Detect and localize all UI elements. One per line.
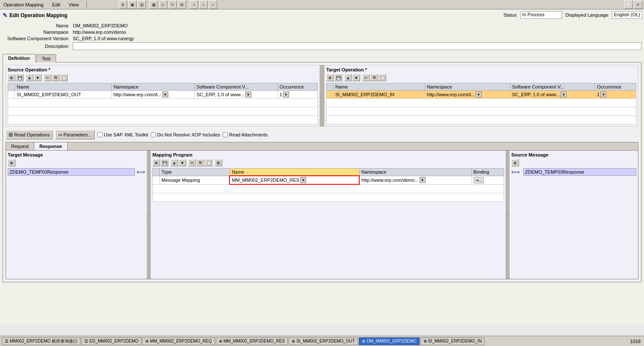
menu-operation-mapping[interactable]: Operation Mapping (2, 2, 45, 8)
target-message-title: Target Message (8, 152, 145, 157)
source-operation-panel: Source Operation * ⊕ 💾 ▲ ▼ ✂ ⧉ 📋 (6, 65, 320, 127)
toolbar-btn-5[interactable]: ▷ (159, 0, 167, 9)
mapping-add-btn[interactable]: ⊕ (152, 159, 160, 166)
taskbar-item-5[interactable]: ⊕ OM_MM002_ERP2DEMO (359, 337, 420, 345)
status-area: Status In Process Displayed Language Eng… (503, 11, 642, 19)
mapping-name-btn[interactable]: ▼ (300, 177, 306, 183)
taskbar-item-6[interactable]: ⊕ SI_MM002_ERP2DEMO_IN (420, 337, 485, 345)
mapping-up-btn[interactable]: ▲ (170, 159, 178, 166)
source-add-btn[interactable]: ⊕ (8, 74, 15, 81)
params-arrow-icon: ⇒ (58, 132, 62, 138)
operation-panels: Source Operation * ⊕ 💾 ▲ ▼ ✂ ⧉ 📋 (6, 65, 638, 127)
do-not-resolve-label: Do Not Resolve XOP Includes (151, 132, 220, 137)
toolbar-btn-8[interactable]: ▪ (190, 0, 198, 9)
target-add-btn[interactable]: ⊕ (326, 74, 334, 81)
target-software-btn[interactable]: ▼ (561, 92, 566, 98)
description-input[interactable] (73, 42, 641, 50)
source-cut-btn[interactable]: ✂ (44, 74, 51, 81)
target-namespace-btn[interactable]: ▼ (476, 92, 482, 98)
taskbar-icon-2: ⊕ (145, 339, 149, 343)
panel-splitter[interactable]: ⋮⋮ (320, 65, 324, 127)
source-message-input[interactable] (523, 168, 636, 176)
source-copy-btn[interactable]: ⧉ (52, 74, 60, 81)
mapping-save-btn[interactable]: 💾 (161, 159, 168, 166)
target-message-panel: Target Message ⊕ ⟺ (6, 151, 147, 279)
target-col-name: Name (334, 83, 425, 91)
software-label: Software Component Version (3, 36, 71, 41)
tab-test[interactable]: Test (36, 54, 56, 62)
read-attachments-label: Read Attachments (223, 132, 268, 137)
read-operations-button[interactable]: ⊞ Read Operations (6, 130, 53, 139)
do-not-resolve-text: Do Not Resolve XOP Includes (157, 132, 220, 137)
toolbar-close[interactable]: ✕ (634, 0, 642, 9)
target-message-input[interactable] (8, 168, 135, 176)
taskbar-item-2[interactable]: ⊕ MM_MM002_ERP2DEMO_REQ (142, 337, 215, 345)
tab-definition[interactable]: Definition (3, 54, 36, 62)
mapping-copy-btn[interactable]: ⧉ (197, 159, 204, 166)
tab-response[interactable]: Response (34, 142, 68, 150)
parameters-button[interactable]: ⇒ Parameters... (55, 130, 95, 139)
source-message-row: ⟺ (511, 168, 636, 176)
mapping-paste-btn[interactable]: 📋 (205, 159, 212, 166)
toolbar-btn-7[interactable]: ⊞ (178, 0, 186, 9)
source-namespace-btn[interactable]: ▼ (162, 92, 168, 98)
source-empty-row-2 (8, 107, 318, 116)
source-msg-add-btn[interactable]: ⊕ (511, 159, 519, 166)
taskbar-icon-4: ⊕ (292, 339, 295, 343)
taskbar-label-5: OM_MM002_ERP2DEMO (367, 339, 417, 343)
menu-bar: Operation Mapping Edit View ⊕ ▣ ▤ ▦ ▷ ↻ … (0, 0, 644, 9)
menu-view[interactable]: View (67, 2, 81, 8)
target-up-btn[interactable]: ▲ (344, 74, 352, 81)
toolbar-btn-1[interactable]: ⊕ (119, 0, 127, 9)
mapping-cut-btn[interactable]: ✂ (188, 159, 196, 166)
tab-request[interactable]: Request (6, 142, 34, 150)
table-row[interactable]: SI_MM002_ERP2DEMO_OUT http://www.erp.com… (8, 91, 318, 99)
toolbar-btn-3[interactable]: ▤ (137, 0, 146, 9)
target-msg-add-btn[interactable]: ⊕ (8, 159, 15, 166)
target-cut-btn[interactable]: ✂ (362, 74, 370, 81)
taskbar-icon-3: ⊕ (219, 339, 222, 343)
name-label: Name (3, 23, 71, 28)
use-sap-xml-toolkit-checkbox[interactable] (97, 132, 102, 137)
mapping-extra-btn[interactable]: ⊞ (215, 159, 222, 166)
source-down-btn[interactable]: ▼ (34, 74, 42, 81)
mapping-namespace-btn[interactable]: ▼ (420, 177, 426, 183)
mapping-down-btn[interactable]: ▼ (179, 159, 186, 166)
menu-edit[interactable]: Edit (51, 2, 62, 8)
source-paste-btn[interactable]: 📋 (60, 74, 68, 81)
target-save-btn[interactable]: 💾 (334, 74, 342, 81)
displayed-language-value: English (OL) (612, 11, 642, 19)
target-copy-btn[interactable]: ⧉ (370, 74, 378, 81)
source-occurrence-btn[interactable]: ▼ (283, 92, 289, 98)
toolbar-btn-9[interactable]: ▪ (199, 0, 208, 9)
target-occurrence-btn[interactable]: ▼ (600, 92, 606, 98)
target-paste-btn[interactable]: 📋 (379, 74, 386, 81)
toolbar-maximize[interactable]: ⬜ (624, 0, 633, 9)
taskbar-label-3: MM_MM002_ERP2DEMO_RES (224, 339, 285, 343)
taskbar-item-1[interactable]: ☰ ED_MM002_ERP2DEMO (81, 337, 141, 345)
source-save-btn[interactable]: 💾 (16, 74, 24, 81)
source-operation-table: Name Namespace Software Component V... O… (8, 83, 318, 124)
target-operation-table: Name Namespace Software Component V... O… (326, 83, 636, 124)
binding-btn[interactable]: ⇒... (474, 177, 484, 183)
left-middle-splitter[interactable]: ⋮ (147, 151, 151, 279)
target-down-btn[interactable]: ▼ (352, 74, 360, 81)
toolbar-btn-6[interactable]: ↻ (168, 0, 177, 9)
middle-right-splitter[interactable]: ⋮ (506, 151, 510, 279)
taskbar-item-3[interactable]: ⊕ MM_MM002_ERP2DEMO_RES (216, 337, 288, 345)
source-software-btn[interactable]: ▼ (245, 92, 251, 98)
toolbar-btn-10[interactable]: ▪ (209, 0, 217, 9)
name-value: OM_MM002_ERP2DEMO (73, 23, 641, 28)
mapping-empty-row-1 (153, 184, 504, 193)
toolbar-btn-4[interactable]: ▦ (149, 0, 158, 9)
source-up-btn[interactable]: ▲ (26, 74, 33, 81)
table-row[interactable]: Message Mapping MM_MM002_ERP2DEMO_RES ▼ (153, 176, 504, 184)
read-attachments-checkbox[interactable] (223, 132, 228, 137)
do-not-resolve-checkbox[interactable] (151, 132, 156, 137)
taskbar-item-0[interactable]: ☰ MM002_ERP2DEMO 航班查询接口 (2, 337, 80, 345)
target-empty-row-1 (327, 99, 636, 107)
table-row[interactable]: SI_MM002_ERP2DEMO_IN http://www.erp.com/… (327, 91, 636, 99)
description-label: Description (3, 44, 71, 49)
toolbar-btn-2[interactable]: ▣ (128, 0, 137, 9)
taskbar-item-4[interactable]: ⊕ SI_MM002_ERP2DEMO_OUT (289, 337, 358, 345)
